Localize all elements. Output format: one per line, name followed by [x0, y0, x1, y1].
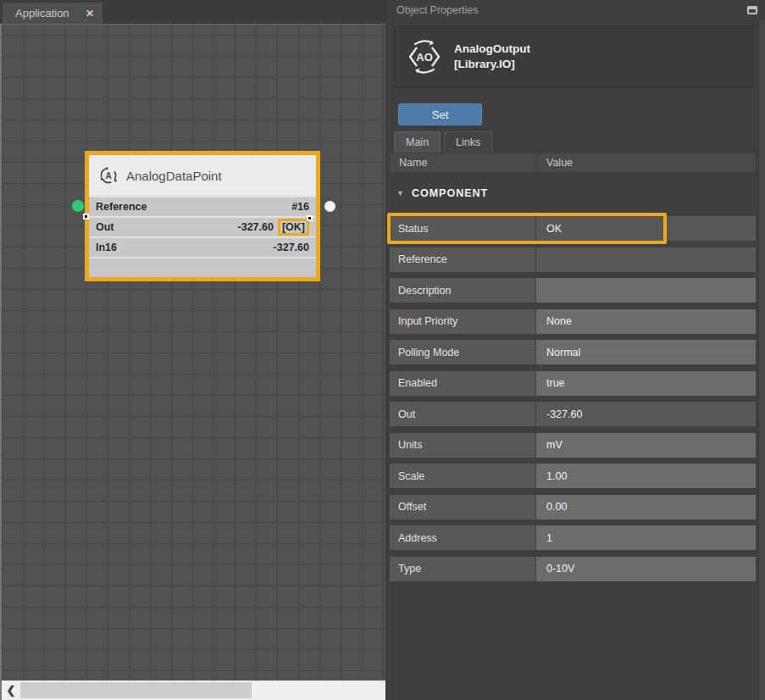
vertical-scrollbar-track[interactable]	[758, 20, 765, 700]
block-title: AnalogDataPoint	[126, 169, 222, 183]
property-value-cell[interactable]: OK	[536, 216, 756, 241]
property-row: Scale 1.00	[390, 464, 756, 488]
block-row-out: Out -327.60 [OK]	[89, 216, 316, 236]
property-row: Address 1	[390, 525, 756, 550]
property-value-cell[interactable]: Normal	[536, 340, 756, 364]
scroll-left-arrow-icon[interactable]: ❮	[2, 681, 20, 700]
property-name-cell: Reference	[390, 247, 535, 272]
tab-application-label: Application	[15, 7, 69, 19]
input-port-dot[interactable]	[72, 200, 84, 212]
block-row-in16: In16 -327.60	[89, 236, 316, 257]
panel-title: Object Properties	[396, 4, 479, 16]
block-slot-value: -327.60	[238, 221, 274, 233]
property-value-cell[interactable]: 1.00	[536, 464, 756, 488]
property-value-cell[interactable]	[536, 247, 756, 272]
block-slot-value-group: -327.60 [OK]	[238, 219, 309, 236]
analog-point-icon: A	[99, 166, 118, 185]
property-name-cell: Offset	[390, 495, 535, 519]
block-slot-name: Out	[96, 221, 114, 233]
property-row: Offset 0.00	[390, 495, 756, 519]
svg-text:A: A	[105, 171, 111, 181]
grid-canvas[interactable]	[0, 24, 385, 681]
property-name-cell: Enabled	[390, 371, 535, 396]
property-name-cell: Input Priority	[390, 309, 535, 334]
property-row: Type 0-10V	[390, 557, 756, 581]
svg-text:AO: AO	[416, 51, 433, 64]
component-section-header[interactable]: ▼ COMPONENT	[390, 179, 756, 207]
property-name-cell: Polling Mode	[390, 340, 535, 364]
property-row: Out -327.60	[390, 402, 756, 426]
property-name-cell: Description	[390, 278, 535, 303]
horizontal-scrollbar[interactable]: ❮	[0, 681, 385, 700]
property-value-cell[interactable]: 0-10V	[536, 557, 756, 581]
analog-datapoint-block[interactable]: A AnalogDataPoint Reference #16 Out -327…	[85, 151, 320, 281]
property-table: Status OK Reference Description Input Pr…	[390, 216, 756, 587]
wiresheet-pane: Application ✕ A AnalogDataPoint Referenc…	[0, 0, 387, 700]
chevron-down-icon: ▼	[396, 189, 404, 197]
component-section-label: COMPONENT	[412, 187, 488, 199]
horizontal-scrollbar-thumb[interactable]	[20, 682, 252, 698]
selection-handle-left[interactable]	[83, 214, 89, 219]
column-header-name: Name	[391, 153, 536, 172]
ok-status-badge: [OK]	[278, 219, 309, 236]
close-icon[interactable]: ✕	[86, 8, 94, 19]
property-row: Polling Mode Normal	[390, 340, 756, 364]
block-slot-name: Reference	[96, 201, 147, 213]
property-value-cell[interactable]: None	[536, 309, 756, 334]
properties-tab-label: Links	[456, 136, 480, 148]
column-header-value: Value	[536, 153, 755, 172]
object-type: AnalogOutput	[454, 42, 530, 57]
selection-handle-right[interactable]	[307, 215, 313, 221]
analog-output-icon: AO	[406, 38, 443, 75]
object-name-label: AnalogOutput [Library.IO]	[454, 42, 530, 71]
property-value-cell[interactable]: -327.60	[536, 402, 756, 426]
properties-tabs: Main Links	[394, 131, 492, 153]
object-info-box: AO AnalogOutput [Library.IO]	[394, 25, 753, 88]
tab-bar: Application ✕	[0, 0, 387, 24]
property-value-cell[interactable]	[536, 278, 756, 303]
set-button[interactable]: Set	[398, 103, 482, 125]
properties-tab[interactable]: Links	[444, 131, 492, 153]
block-slot-value: -327.60	[274, 242, 309, 253]
block-slot-name: In16	[96, 242, 117, 253]
property-row: Enabled true	[390, 371, 756, 396]
property-value-cell[interactable]: 1	[536, 525, 756, 550]
property-name-cell: Address	[390, 525, 535, 550]
object-properties-panel: Object Properties AO AnalogOutput [Libra…	[387, 0, 765, 700]
object-library: [Library.IO]	[454, 57, 530, 72]
property-row: Status OK	[390, 216, 756, 241]
property-name-cell: Status	[390, 216, 535, 241]
property-name-cell: Type	[390, 557, 535, 581]
output-port-dot[interactable]	[324, 201, 335, 212]
canvas-left-edge	[0, 24, 2, 700]
block-header: A AnalogDataPoint	[89, 155, 316, 196]
block-slot-value: #16	[291, 201, 309, 213]
property-row: Description	[390, 278, 756, 303]
property-value-cell[interactable]: true	[536, 371, 756, 396]
property-value-cell[interactable]: 0.00	[536, 495, 756, 519]
property-name-cell: Scale	[390, 464, 535, 488]
property-row: Reference	[390, 247, 756, 272]
tab-application[interactable]: Application ✕	[3, 3, 103, 24]
block-row-empty	[89, 257, 316, 277]
dock-window-icon[interactable]	[747, 6, 757, 14]
table-header: Name Value	[390, 153, 756, 173]
properties-tab-label: Main	[406, 136, 429, 148]
property-value-cell[interactable]: mV	[536, 433, 756, 458]
property-row: Units mV	[390, 433, 756, 458]
property-row: Input Priority None	[390, 309, 756, 334]
block-row-reference: Reference #16	[89, 196, 316, 216]
properties-tab[interactable]: Main	[394, 131, 441, 153]
property-name-cell: Units	[390, 433, 535, 458]
property-name-cell: Out	[390, 402, 535, 426]
